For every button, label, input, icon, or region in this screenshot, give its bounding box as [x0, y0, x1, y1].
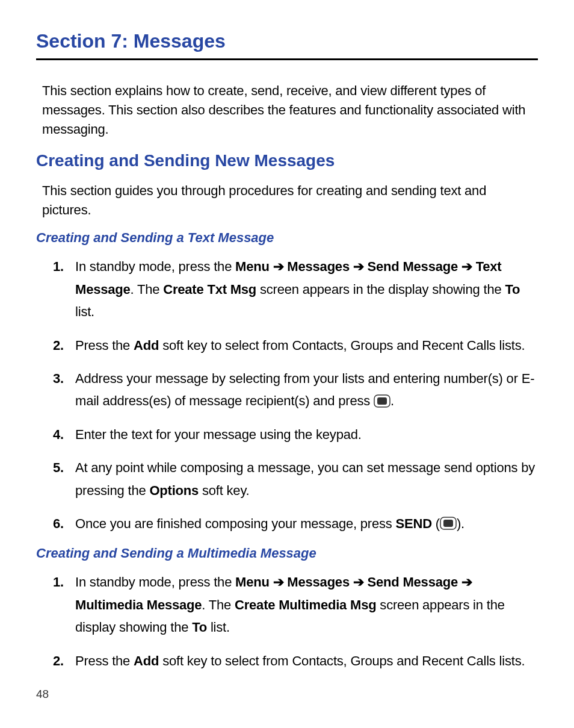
step-content: Press the Add soft key to select from Co… — [66, 650, 538, 672]
list-item: 2. Press the Add soft key to select from… — [36, 334, 538, 356]
svg-rect-1 — [377, 397, 387, 405]
list-item: 1. In standby mode, press the Menu ➔ Mes… — [36, 255, 538, 323]
multimedia-message-steps: 1. In standby mode, press the Menu ➔ Mes… — [36, 571, 538, 672]
text-message-steps: 1. In standby mode, press the Menu ➔ Mes… — [36, 255, 538, 535]
step-content: In standby mode, press the Menu ➔ Messag… — [66, 571, 538, 638]
list-item: 1. In standby mode, press the Menu ➔ Mes… — [36, 571, 538, 638]
step-number: 2. — [36, 650, 66, 672]
list-item: 5. At any point while composing a messag… — [36, 456, 538, 502]
section-title: Section 7: Messages — [36, 30, 538, 52]
list-item: 2. Press the Add soft key to select from… — [36, 650, 538, 672]
step-content: Enter the text for your message using th… — [66, 423, 538, 446]
list-item: 4. Enter the text for your message using… — [36, 423, 538, 446]
step-content: Once you are finished composing your mes… — [66, 512, 538, 535]
title-underline — [36, 58, 538, 60]
button-icon — [374, 394, 390, 408]
section-intro: This section explains how to create, sen… — [36, 81, 538, 139]
step-number: 3. — [36, 367, 66, 412]
step-content: In standby mode, press the Menu ➔ Messag… — [66, 255, 538, 323]
button-icon — [440, 517, 457, 530]
multimedia-message-title: Creating and Sending a Multimedia Messag… — [36, 546, 538, 561]
step-number: 5. — [36, 456, 66, 502]
list-item: 6. Once you are finished composing your … — [36, 512, 538, 535]
page-number: 48 — [36, 688, 49, 701]
list-item: 3. Address your message by selecting fro… — [36, 367, 538, 412]
step-content: Press the Add soft key to select from Co… — [66, 334, 538, 356]
step-number: 4. — [36, 423, 66, 446]
subsection-intro: This section guides you through procedur… — [36, 181, 538, 220]
subsection-title: Creating and Sending New Messages — [36, 151, 538, 170]
step-number: 1. — [36, 255, 66, 323]
step-number: 1. — [36, 571, 66, 638]
step-content: At any point while composing a message, … — [66, 456, 538, 502]
svg-rect-3 — [443, 520, 453, 527]
step-content: Address your message by selecting from y… — [66, 367, 538, 412]
step-number: 6. — [36, 512, 66, 535]
text-message-title: Creating and Sending a Text Message — [36, 230, 538, 246]
step-number: 2. — [36, 334, 66, 356]
